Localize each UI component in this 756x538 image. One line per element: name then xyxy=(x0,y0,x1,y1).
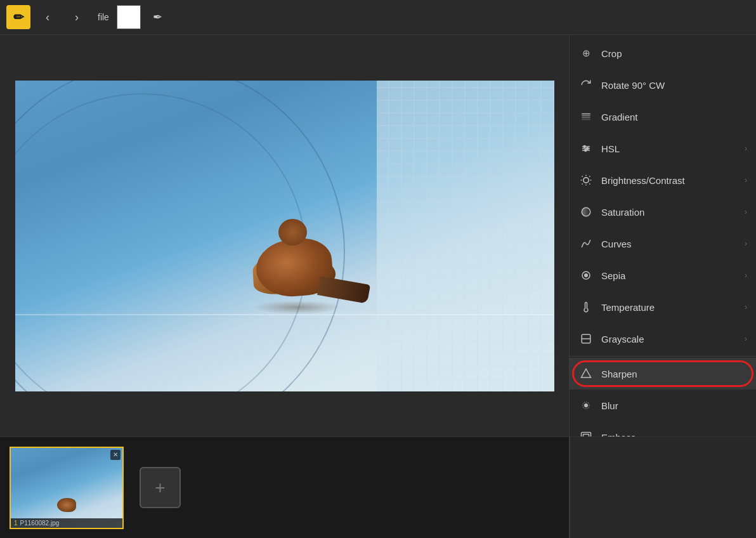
panel-menu: Crop Rotate 90° CW Gradient xyxy=(570,35,756,436)
crop-label: Crop xyxy=(601,48,747,59)
curves-arrow: › xyxy=(745,239,747,248)
film-thumbnail[interactable]: 1 P1160082.jpg ✕ xyxy=(10,447,124,529)
sharpen-label: Sharpen xyxy=(601,369,747,379)
crop-icon xyxy=(578,46,594,61)
emboss-label: Emboss xyxy=(601,432,747,437)
film-thumb-label: 1 P1160082.jpg xyxy=(11,518,122,528)
temperature-label: Temperature xyxy=(601,302,737,313)
film-thumb-bird xyxy=(57,498,76,512)
menu-item-sharpen[interactable]: Sharpen xyxy=(570,358,756,390)
emboss-icon xyxy=(578,430,594,436)
back-icon: ‹ xyxy=(46,11,49,24)
dropper-icon: ✒ xyxy=(153,10,162,24)
temperature-arrow: › xyxy=(745,303,747,312)
menu-item-curves[interactable]: Curves › xyxy=(570,228,756,259)
saturation-label: Saturation xyxy=(601,207,737,218)
dropper-button[interactable]: ✒ xyxy=(146,5,170,29)
toolbar: ✏ ‹ › file ✒ xyxy=(0,0,756,35)
grayscale-icon xyxy=(578,331,594,346)
menu-item-rotate[interactable]: Rotate 90° CW xyxy=(570,69,756,101)
sepia-arrow: › xyxy=(745,271,747,280)
brightness-arrow: › xyxy=(745,176,747,185)
sepia-label: Sepia xyxy=(601,270,737,281)
color-swatch[interactable] xyxy=(117,5,141,29)
menu-item-sepia[interactable]: Sepia › xyxy=(570,259,756,291)
saturation-arrow: › xyxy=(745,207,747,216)
svg-point-22 xyxy=(582,207,590,216)
blur-icon xyxy=(578,398,594,413)
add-film-button[interactable]: + xyxy=(140,467,181,508)
brightness-label: Brightness/Contrast xyxy=(601,175,737,186)
svg-point-9 xyxy=(583,146,585,148)
filename-label: file xyxy=(98,12,109,22)
menu-divider-1 xyxy=(570,356,756,357)
canvas-area xyxy=(0,35,569,436)
menu-item-brightness[interactable]: Brightness/Contrast › xyxy=(570,164,756,196)
menu-item-temperature[interactable]: Temperature › xyxy=(570,291,756,323)
hsl-icon xyxy=(578,141,594,156)
temperature-icon xyxy=(578,299,594,315)
menu-item-emboss[interactable]: Emboss xyxy=(570,421,756,436)
svg-point-28 xyxy=(584,404,588,407)
rotate-icon xyxy=(578,77,594,93)
pigeon-shadow xyxy=(253,300,342,314)
menu-item-saturation[interactable]: Saturation › xyxy=(570,196,756,228)
svg-line-20 xyxy=(589,176,590,177)
grid-pattern xyxy=(377,81,554,391)
filmstrip: 1 P1160082.jpg ✕ + xyxy=(0,436,569,538)
curves-icon xyxy=(578,236,594,251)
svg-line-19 xyxy=(582,183,583,184)
saturation-icon xyxy=(578,204,594,220)
pigeon-scene xyxy=(15,81,554,391)
pigeon-head xyxy=(278,219,307,246)
panel-bottom xyxy=(570,436,756,538)
brightness-icon xyxy=(578,173,594,188)
svg-point-11 xyxy=(585,150,587,152)
menu-item-hsl[interactable]: HSL › xyxy=(570,133,756,164)
film-thumb-filename: P1160082.jpg xyxy=(20,520,60,527)
sharpen-icon xyxy=(578,366,594,381)
grayscale-label: Grayscale xyxy=(601,334,737,344)
logo-button[interactable]: ✏ xyxy=(6,5,30,29)
hsl-arrow: › xyxy=(745,144,747,153)
film-thumb-close-button[interactable]: ✕ xyxy=(110,450,121,460)
forward-button[interactable]: › xyxy=(65,5,89,29)
gradient-icon xyxy=(578,109,594,124)
svg-rect-31 xyxy=(583,435,589,437)
logo-icon: ✏ xyxy=(13,10,24,25)
menu-item-crop[interactable]: Crop xyxy=(570,37,756,69)
svg-marker-27 xyxy=(582,369,591,378)
film-thumb-number: 1 xyxy=(14,520,18,527)
menu-item-blur[interactable]: Blur xyxy=(570,390,756,421)
forward-icon: › xyxy=(75,11,79,24)
right-panel: P1160082.jpg 2838x1263 NaN undefined ? ✕… xyxy=(569,0,756,538)
curves-label: Curves xyxy=(601,239,737,249)
back-button[interactable]: ‹ xyxy=(36,5,60,29)
blur-label: Blur xyxy=(601,400,747,411)
surface-line xyxy=(15,314,554,315)
svg-line-16 xyxy=(589,183,590,184)
menu-item-grayscale[interactable]: Grayscale › xyxy=(570,323,756,355)
svg-point-12 xyxy=(583,178,589,183)
grayscale-arrow: › xyxy=(745,334,747,343)
menu-item-gradient[interactable]: Gradient xyxy=(570,101,756,133)
hsl-label: HSL xyxy=(601,143,737,154)
main-image xyxy=(15,81,554,391)
rotate-label: Rotate 90° CW xyxy=(601,80,747,91)
sepia-icon xyxy=(578,268,594,283)
add-film-icon: + xyxy=(155,478,165,498)
gradient-label: Gradient xyxy=(601,112,747,122)
svg-point-24 xyxy=(585,274,588,277)
film-thumb-image xyxy=(11,448,122,528)
svg-point-10 xyxy=(587,148,589,150)
svg-line-15 xyxy=(582,176,583,177)
